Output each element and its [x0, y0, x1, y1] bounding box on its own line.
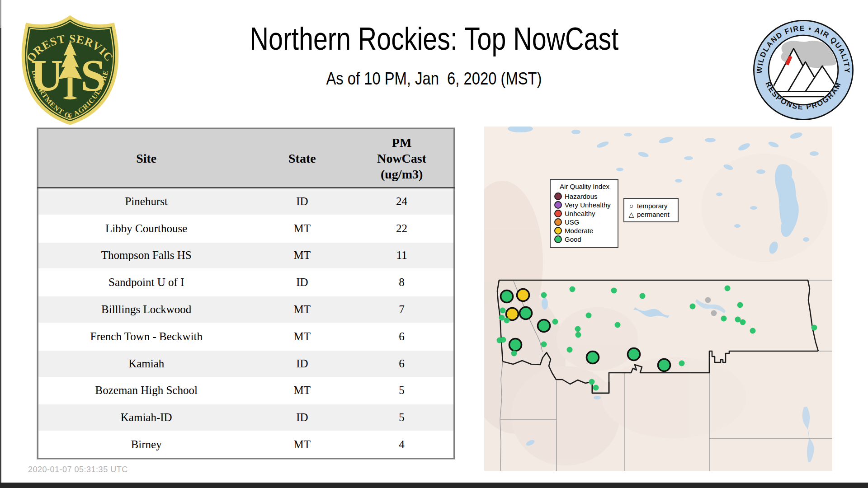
table-cell-site: Billlings Lockwood [38, 296, 255, 323]
table-cell-state: MT [254, 296, 350, 323]
monitor-marker-large [501, 291, 513, 303]
aqi-legend-item: Moderate [554, 226, 615, 235]
generated-timestamp: 2020-01-07 05:31:35 UTC [28, 465, 128, 474]
monitor-marker-small [711, 310, 717, 316]
monitor-marker-small [611, 288, 617, 294]
monitor-marker-large [517, 289, 529, 301]
monitor-marker-small [576, 332, 581, 338]
monitor-marker-small [679, 361, 685, 366]
table-header-row: Site State PM NowCast (ug/m3) [38, 129, 454, 188]
aqi-legend-item: Hazardous [554, 192, 615, 201]
aqi-legend-item: Unhealthy [554, 209, 615, 218]
monitor-marker-small [811, 325, 817, 331]
flathead-lake [542, 298, 548, 310]
table-cell-site: Birney [38, 431, 255, 458]
col-header-state: State [254, 129, 350, 188]
monitor-marker-small [552, 319, 558, 325]
table-cell-state: ID [254, 404, 350, 431]
table-row: PinehurstID24 [38, 188, 454, 215]
table-cell-state: MT [254, 431, 350, 458]
monitor-marker-small [575, 326, 581, 332]
table-cell-value: 22 [350, 215, 454, 242]
aqi-color-dot [554, 210, 562, 217]
table-row: Bozeman High SchoolMT5 [38, 377, 454, 404]
monitor-marker-small [499, 315, 505, 321]
page-title: Northern Rockies: Top NowCast [250, 21, 618, 57]
monitor-marker-small [500, 337, 506, 343]
table-row: Libby CourthouseMT22 [38, 215, 454, 242]
table-cell-value: 24 [350, 188, 454, 215]
table-cell-value: 7 [350, 296, 454, 323]
aqi-legend: Air Quality Index HazardousVery Unhealth… [550, 179, 618, 248]
table-cell-value: 5 [350, 377, 454, 404]
table-cell-site: Libby Courthouse [38, 215, 255, 242]
page-bottom-bar [0, 483, 868, 488]
table-row: Billlings LockwoodMT7 [38, 296, 454, 323]
aqi-legend-item: Good [554, 235, 615, 244]
aqi-color-dot [554, 218, 562, 226]
table-cell-site: Sandpoint U of I [38, 269, 255, 296]
table-cell-value: 5 [350, 404, 454, 431]
monitor-marker-small [541, 292, 547, 298]
monitor-marker-small [504, 318, 510, 324]
table-cell-site: Pinehurst [38, 188, 255, 215]
monitor-marker-small [725, 286, 731, 291]
table-cell-state: MT [254, 242, 350, 269]
monitor-marker-small [737, 302, 743, 308]
aqi-legend-item: USG [554, 218, 615, 226]
table-cell-value: 6 [350, 323, 454, 350]
monitor-marker-small [740, 319, 746, 325]
table-row: French Town - BeckwithMT6 [38, 323, 454, 350]
marker-type-legend: ○ temporary △ permanent [623, 198, 679, 222]
table-cell-site: French Town - Beckwith [38, 323, 255, 350]
monitor-marker-large [509, 339, 522, 351]
table-cell-state: MT [254, 323, 350, 350]
wfaqrp-logo: WILDLAND FIRE • AIR QUALITY RESPONSE PRO… [752, 19, 854, 121]
monitor-marker-small [690, 304, 696, 310]
monitor-marker-small [589, 379, 595, 385]
table-cell-site: Kamiah-ID [38, 404, 255, 431]
table-cell-value: 6 [350, 350, 454, 377]
table-row: BirneyMT4 [38, 431, 454, 458]
page-subtitle: As of 10 PM, Jan 6, 2020 (MST) [326, 69, 542, 89]
aqi-color-dot [554, 201, 562, 209]
monitor-marker-small [615, 322, 621, 328]
monitor-marker-large [538, 320, 550, 332]
table-cell-state: ID [254, 188, 350, 215]
monitor-marker-large [587, 352, 599, 364]
aqi-legend-item: Very Unhealthy [554, 201, 615, 209]
nowcast-table: Site State PM NowCast (ug/m3) PinehurstI… [37, 128, 455, 459]
temporary-label: temporary [637, 202, 668, 210]
col-header-pm-nowcast: PM NowCast (ug/m3) [350, 129, 454, 188]
table-cell-value: 8 [350, 269, 454, 296]
table-cell-state: MT [254, 215, 350, 242]
monitor-marker-large [628, 348, 640, 361]
monitor-marker-large [658, 359, 670, 371]
nowcast-table-body: PinehurstID24Libby CourthouseMT22Thompso… [38, 188, 454, 459]
monitor-marker-small [511, 351, 517, 357]
table-cell-state: ID [254, 350, 350, 377]
monitor-marker-small [500, 308, 506, 314]
table-cell-state: MT [254, 377, 350, 404]
table-cell-value: 11 [350, 242, 454, 269]
aqi-legend-items: HazardousVery UnhealthyUnhealthyUSGModer… [554, 192, 615, 244]
table-row: Thompson Falls HSMT11 [38, 242, 454, 269]
monitor-marker-small [570, 286, 576, 292]
monitor-marker-small [705, 297, 711, 303]
table-cell-site: Bozeman High School [38, 377, 255, 404]
monitor-marker-small [541, 342, 547, 347]
temporary-circle-icon: ○ [628, 202, 635, 210]
monitor-marker-small [640, 293, 646, 299]
aqi-color-dot [554, 235, 562, 243]
table-row: KamiahID6 [38, 350, 454, 377]
table-row: Sandpoint U of IID8 [38, 269, 454, 296]
aqi-color-dot [554, 227, 562, 235]
monitor-marker-small [721, 316, 727, 322]
aqi-legend-title: Air Quality Index [554, 183, 615, 190]
col-header-site: Site [38, 129, 255, 188]
monitor-marker-small [586, 313, 592, 319]
permanent-triangle-icon: △ [628, 211, 635, 219]
table-cell-state: ID [254, 269, 350, 296]
aqi-color-dot [554, 192, 562, 200]
table-cell-site: Kamiah [38, 350, 255, 377]
